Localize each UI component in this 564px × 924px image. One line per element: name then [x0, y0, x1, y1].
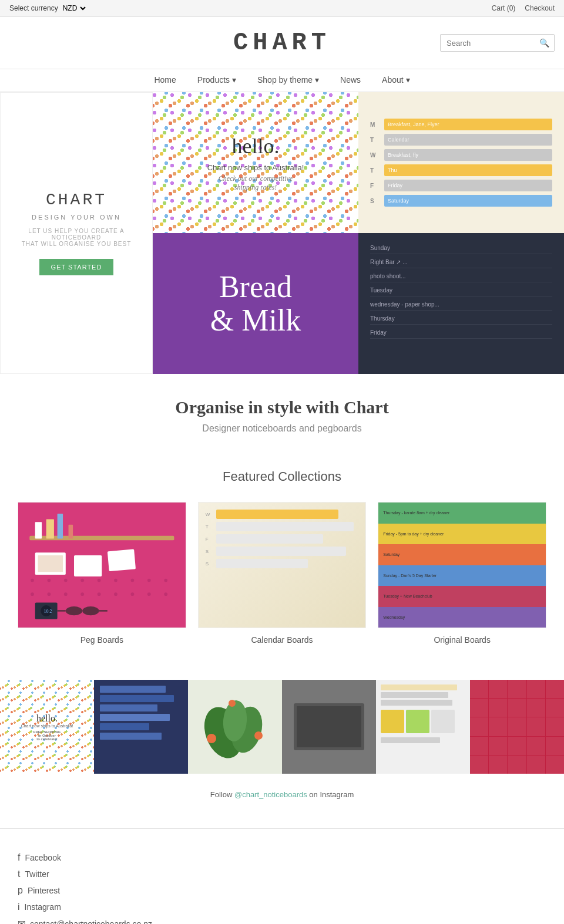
organise-title: Organise in style with Chart: [12, 397, 552, 417]
cal-row-s: S Saturday: [370, 195, 552, 207]
featured-section: Featured Collections: [0, 457, 564, 668]
checkout-link[interactable]: Checkout: [525, 4, 555, 12]
svg-point-19: [31, 592, 34, 596]
svg-point-14: [98, 579, 101, 582]
svg-point-18: [164, 579, 167, 582]
logo[interactable]: CHART: [233, 29, 331, 57]
original-boards-image: Thursday - karate 8am + dry cleaner Frid…: [378, 502, 546, 628]
svg-point-21: [64, 592, 68, 596]
pinterest-label: Pinterest: [28, 886, 60, 895]
hello-text: hello.: [207, 134, 304, 159]
insta-cell-4[interactable]: [282, 680, 376, 774]
svg-rect-8: [74, 555, 102, 576]
twitter-label: Twitter: [25, 869, 49, 879]
calendar-boards-image: W T F S S: [198, 502, 367, 628]
hero-bread-cell: Bread& Milk: [153, 233, 358, 374]
facebook-link[interactable]: f Facebook: [18, 852, 546, 863]
design-description: LET US HELP YOU CREATE A NOTICEBOARDTHAT…: [12, 228, 140, 247]
main-nav: Home Products ▾ Shop by theme ▾ News Abo…: [0, 69, 564, 92]
footer: f Facebook t Twitter p Pinterest i Insta…: [0, 828, 564, 924]
top-bar-right: Cart (0) Checkout: [492, 4, 555, 12]
hello-ships: Chart now ships to Australia!: [207, 163, 304, 172]
insta-handle-link[interactable]: @chart_noticeboards: [234, 790, 307, 799]
collection-original-boards[interactable]: Thursday - karate 8am + dry cleaner Frid…: [378, 502, 546, 645]
hero-hello-cell: hello. Chart now ships to Australia! Che…: [153, 92, 358, 233]
svg-point-26: [147, 592, 151, 596]
main-content: Organise in style with Chart Designer no…: [0, 374, 564, 457]
svg-point-32: [82, 606, 99, 615]
collections-grid: 10:2 Peg Boards W: [18, 502, 546, 645]
original-boards-label: Original Boards: [434, 635, 491, 645]
night-visual: Sunday Right Bar ↗ ... photo shoot... Tu…: [358, 233, 564, 374]
svg-point-15: [114, 579, 118, 582]
nav-item-shop-by-theme[interactable]: Shop by theme ▾: [257, 75, 319, 85]
instagram-icon: i: [18, 902, 20, 912]
svg-point-17: [147, 579, 151, 582]
nav-item-home[interactable]: Home: [154, 75, 176, 85]
svg-rect-4: [58, 514, 63, 539]
search-button[interactable]: 🔍: [535, 35, 554, 51]
hello-content: hello. Chart now ships to Australia! Che…: [207, 134, 304, 192]
currency-select[interactable]: NZD AUD USD: [61, 4, 88, 13]
svg-rect-44: [297, 706, 361, 747]
svg-point-10: [31, 579, 34, 582]
nav-item-about[interactable]: About ▾: [382, 75, 409, 85]
cal-row-m: M Breakfast, Jane, Flyer: [370, 119, 552, 130]
bread-visual: Bread& Milk: [153, 233, 358, 374]
calendar-visual: M Breakfast, Jane, Flyer T Calendar W Br…: [358, 92, 564, 233]
hero-calendar-cell: M Breakfast, Jane, Flyer T Calendar W Br…: [358, 92, 564, 233]
svg-point-24: [114, 592, 118, 596]
instagram-link[interactable]: i Instagram: [18, 902, 546, 912]
hero-grid: CHART DESIGN YOUR OWN LET US HELP YOU CR…: [0, 92, 564, 374]
cal-row-f: F Friday: [370, 180, 552, 191]
svg-point-40: [254, 731, 263, 740]
email-label: contact@chartnoticeboards.co.nz: [30, 919, 152, 925]
facebook-label: Facebook: [25, 853, 61, 862]
svg-text:10:2: 10:2: [44, 609, 52, 614]
collection-calendar-boards[interactable]: W T F S S: [198, 502, 367, 645]
facebook-icon: f: [18, 852, 20, 863]
organise-sub: Designer noticeboards and pegboards: [12, 423, 552, 434]
peg-boards-label: Peg Boards: [80, 635, 123, 645]
insta-cell-1[interactable]: hello. Chart now ships to Australia! FRE…: [0, 680, 94, 774]
hero-night-cell: Sunday Right Bar ↗ ... photo shoot... Tu…: [358, 233, 564, 374]
svg-point-16: [131, 579, 135, 582]
header: CHART 🔍: [0, 17, 564, 69]
pinterest-link[interactable]: p Pinterest: [18, 885, 546, 896]
nav-item-products[interactable]: Products ▾: [197, 75, 236, 85]
pinterest-icon: p: [18, 885, 23, 896]
bread-text: Bread& Milk: [210, 270, 301, 337]
cart-link[interactable]: Cart (0): [492, 4, 516, 12]
svg-point-41: [229, 700, 236, 707]
instagram-label: Instagram: [25, 902, 61, 912]
design-subtitle: DESIGN YOUR OWN: [32, 214, 121, 221]
svg-rect-7: [38, 555, 63, 572]
svg-point-20: [48, 592, 51, 596]
currency-selector[interactable]: Select currency NZD AUD USD: [9, 4, 88, 13]
svg-point-23: [98, 592, 101, 596]
cal-row-t2: T Thu: [370, 164, 552, 176]
insta-cell-3[interactable]: [188, 680, 282, 774]
svg-point-39: [207, 734, 216, 743]
svg-point-25: [131, 592, 135, 596]
svg-rect-5: [69, 525, 73, 539]
email-link[interactable]: ✉ contact@chartnoticeboards.co.nz: [18, 918, 546, 924]
svg-point-11: [48, 579, 51, 582]
top-bar: Select currency NZD AUD USD Cart (0) Che…: [0, 0, 564, 17]
get-started-button[interactable]: GET STARTED: [39, 259, 114, 275]
search-box: 🔍: [440, 34, 555, 52]
svg-point-31: [66, 606, 82, 615]
insta-cell-6[interactable]: [470, 680, 564, 774]
twitter-link[interactable]: t Twitter: [18, 869, 546, 879]
svg-point-13: [80, 579, 84, 582]
nav-item-news[interactable]: News: [340, 75, 361, 85]
svg-point-27: [164, 592, 167, 596]
svg-point-12: [64, 579, 68, 582]
insta-cell-5[interactable]: [376, 680, 470, 774]
search-input[interactable]: [441, 35, 535, 51]
collection-peg-boards[interactable]: 10:2 Peg Boards: [18, 502, 186, 645]
instagram-grid: hello. Chart now ships to Australia! FRE…: [0, 680, 564, 774]
insta-cell-2[interactable]: [94, 680, 188, 774]
featured-title: Featured Collections: [18, 469, 546, 484]
footer-social: f Facebook t Twitter p Pinterest i Insta…: [18, 852, 546, 924]
